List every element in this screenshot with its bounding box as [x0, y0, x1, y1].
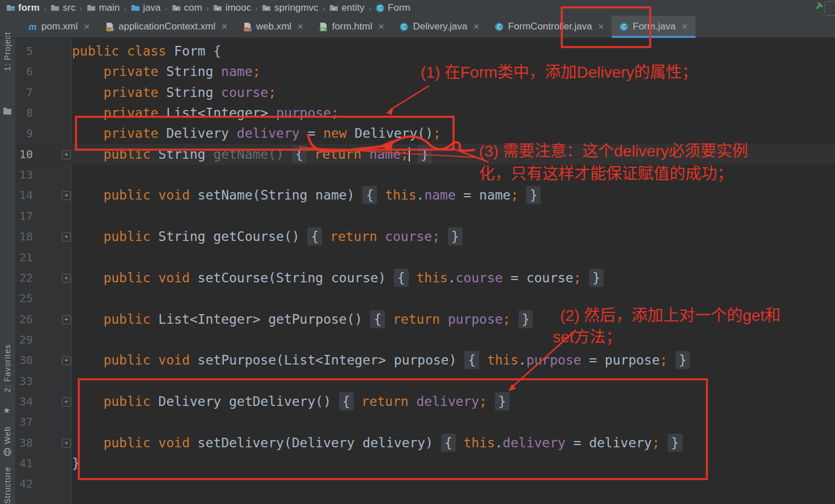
sidebar-item-project[interactable]: 1: Project: [3, 32, 12, 71]
fold-marker-icon[interactable]: +: [62, 439, 71, 448]
line-number: 9: [15, 123, 33, 144]
folded-region[interactable]: {: [370, 310, 385, 328]
svg-text:C: C: [497, 24, 501, 30]
line-number: 42: [15, 473, 33, 494]
code-line-42[interactable]: 42: [15, 473, 835, 494]
svg-text:C: C: [622, 24, 626, 30]
class-icon: C: [375, 3, 385, 13]
fold-marker-icon[interactable]: +: [62, 315, 71, 324]
line-number: 26: [15, 309, 33, 330]
editor[interactable]: 5public class Form {6 private String nam…: [0, 0, 835, 504]
project-folder-icon: [6, 3, 15, 13]
tab-label: pom.xml: [41, 21, 78, 32]
tab-Form.java[interactable]: CForm.java✕: [612, 16, 695, 37]
package-icon: [213, 3, 223, 13]
code-line-29[interactable]: 29: [15, 329, 835, 350]
breadcrumb-label: main: [99, 2, 120, 14]
code-line-30[interactable]: 30+ public void setPurpose(List<Integer>…: [15, 350, 835, 371]
line-number: 34: [15, 391, 33, 412]
breadcrumb-item-springmvc[interactable]: springmvc: [261, 2, 319, 14]
folded-region[interactable]: }: [526, 186, 541, 204]
line-number: 21: [15, 247, 33, 268]
breadcrumb-item-java[interactable]: java: [129, 2, 162, 14]
close-icon[interactable]: ✕: [681, 22, 688, 31]
code-text: public void setPurpose(List<Integer> pur…: [72, 350, 690, 371]
tab-applicationContext.xml[interactable]: applicationContext.xml✕: [98, 16, 235, 37]
source-folder-icon: [130, 3, 140, 13]
breadcrumb-separator: ›: [252, 3, 261, 13]
svg-text:H: H: [321, 27, 324, 31]
code-text: private String name;: [72, 61, 260, 82]
folded-region[interactable]: {: [394, 269, 409, 287]
breadcrumb-item-Form[interactable]: CForm: [374, 2, 412, 14]
breadcrumb-item-imooc[interactable]: imooc: [212, 2, 252, 14]
tab-Delivery.java[interactable]: CDelivery.java✕: [392, 16, 487, 37]
fold-marker-icon[interactable]: +: [62, 191, 71, 200]
line-number: 38: [15, 433, 33, 454]
code-line-37[interactable]: 37: [15, 412, 835, 433]
corner-widget[interactable]: [824, 1, 835, 16]
close-icon[interactable]: ✕: [221, 22, 228, 31]
line-number: 17: [15, 206, 33, 227]
sidebar-item-structure[interactable]: Structure: [3, 467, 12, 504]
close-icon[interactable]: ✕: [83, 22, 90, 31]
close-icon[interactable]: ✕: [473, 22, 480, 31]
sidebar-item-favorites[interactable]: 2: Favorites: [3, 344, 12, 392]
folded-region[interactable]: }: [676, 351, 690, 369]
tab-form.html[interactable]: Hform.html✕: [311, 16, 392, 37]
breadcrumb-item-src[interactable]: src: [49, 2, 77, 14]
fold-marker-icon[interactable]: +: [62, 356, 71, 365]
code-line-34[interactable]: 34+ public Delivery getDelivery() { retu…: [15, 391, 835, 412]
fold-marker-icon[interactable]: +: [62, 232, 71, 242]
fold-marker-icon[interactable]: +: [62, 274, 71, 283]
folded-region[interactable]: {: [307, 227, 322, 245]
tab-web.xml[interactable]: web.xml✕: [235, 16, 311, 37]
folded-region[interactable]: {: [292, 145, 307, 163]
breadcrumb-item-entity[interactable]: entity: [328, 2, 366, 14]
folded-region[interactable]: {: [464, 351, 479, 369]
breadcrumb: form›src›main›java›com›imooc›springmvc›e…: [0, 0, 835, 16]
build-hammer-icon[interactable]: [814, 1, 824, 11]
code-line-14[interactable]: 14+ public void setName(String name) { t…: [15, 185, 835, 206]
annotation-note1: (1) 在Form类中，添加Delivery的属性；: [421, 62, 697, 83]
close-icon[interactable]: ✕: [378, 22, 385, 31]
tab-label: applicationContext.xml: [118, 21, 215, 32]
maven-icon: m: [28, 22, 37, 32]
breadcrumb-separator: ›: [121, 3, 129, 13]
folded-region[interactable]: }: [448, 227, 463, 245]
code-line-5[interactable]: 5public class Form {: [15, 41, 835, 62]
code-line-18[interactable]: 18+ public String getCourse() { return c…: [15, 226, 835, 247]
code-line-22[interactable]: 22+ public void setCourse(String course)…: [15, 268, 835, 289]
code-line-38[interactable]: 38+ public void setDelivery(Delivery del…: [15, 433, 835, 454]
close-icon[interactable]: ✕: [598, 22, 605, 31]
code-line-33[interactable]: 33: [15, 371, 835, 392]
folded-region[interactable]: {: [441, 434, 456, 452]
fold-marker-icon[interactable]: +: [62, 397, 71, 406]
line-number: 25: [15, 288, 33, 309]
folder-icon: [50, 3, 60, 13]
fold-marker-icon[interactable]: +: [62, 150, 71, 159]
sidebar-item-web[interactable]: Web: [3, 426, 12, 444]
folded-region[interactable]: {: [362, 186, 377, 204]
folded-region[interactable]: }: [668, 434, 683, 452]
folded-region[interactable]: }: [418, 145, 433, 163]
folded-region[interactable]: {: [339, 392, 354, 410]
folded-region[interactable]: }: [519, 310, 533, 328]
tab-pom.xml[interactable]: mpom.xml✕: [20, 16, 98, 37]
breadcrumb-label: com: [184, 2, 202, 14]
breadcrumb-item-form[interactable]: form: [5, 2, 41, 14]
tab-FormController.java[interactable]: CFormController.java✕: [487, 16, 612, 37]
breadcrumb-item-main[interactable]: main: [85, 2, 121, 14]
breadcrumb-item-com[interactable]: com: [171, 2, 204, 14]
code-line-41[interactable]: 41}: [15, 453, 835, 474]
folded-region[interactable]: }: [495, 392, 510, 410]
tab-label: web.xml: [256, 21, 291, 32]
code-line-17[interactable]: 17: [15, 206, 835, 227]
code-line-21[interactable]: 21: [15, 247, 835, 268]
folded-region[interactable]: }: [589, 269, 604, 287]
code-line-8[interactable]: 8 private List<Integer> purpose;: [15, 103, 835, 124]
code-line-7[interactable]: 7 private String course;: [15, 82, 835, 103]
package-icon: [172, 3, 181, 13]
class-icon: C: [494, 22, 504, 32]
close-icon[interactable]: ✕: [297, 22, 304, 31]
